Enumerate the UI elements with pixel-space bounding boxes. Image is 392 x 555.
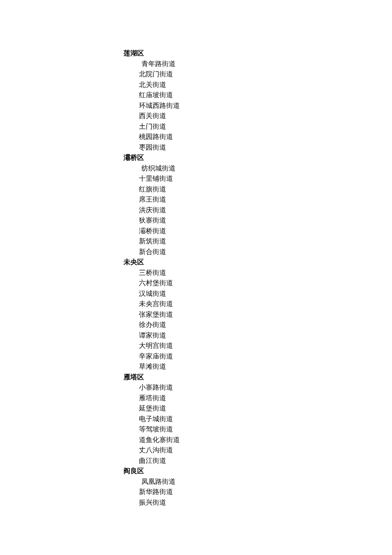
subdistrict-item: 枣园街道: [139, 142, 392, 153]
subdistrict-item: 环城西路街道: [139, 101, 392, 111]
subdistrict-item: 谭家街道: [139, 330, 392, 341]
subdistrict-item: 汉城街道: [139, 289, 392, 299]
subdistrict-item: 延堡街道: [139, 403, 392, 414]
subdistrict-item: 大明宫街道: [139, 341, 392, 351]
subdistrict-item: 六村堡街道: [139, 278, 392, 289]
subdistrict-item: 丈八沟街道: [139, 445, 392, 456]
subdistrict-item: 新筑街道: [139, 236, 392, 247]
subdistrict-item: 振兴街道: [139, 497, 392, 508]
subdistrict-item: 电子城街道: [139, 414, 392, 425]
subdistrict-item: 十里铺街道: [139, 173, 392, 184]
subdistrict-item: 青年路街道: [139, 59, 392, 69]
district-name: 阎良区: [124, 466, 392, 477]
subdistrict-item: 狄寨街道: [139, 215, 392, 226]
subdistrict-list: 小寨路街道雁塔街道延堡街道电子城街道等驾坡街道道鱼化寨街道丈八沟街道曲江街道: [124, 382, 392, 466]
subdistrict-item: 雁塔街道: [139, 393, 392, 404]
subdistrict-item: 道鱼化寨街道: [139, 435, 392, 445]
subdistrict-item: 新合街道: [139, 247, 392, 257]
subdistrict-item: 北院门街道: [139, 69, 392, 80]
subdistrict-item: 桃园路街道: [139, 132, 392, 142]
district-name: 雁塔区: [124, 372, 392, 383]
subdistrict-item: 三桥街道: [139, 268, 392, 278]
district-name: 未央区: [124, 257, 392, 268]
subdistrict-item: 红庙坡街道: [139, 90, 392, 101]
subdistrict-list: 纺织城街道十里铺街道红旗街道席王街道洪庆街道狄寨街道灞桥街道新筑街道新合街道: [124, 163, 392, 257]
subdistrict-item: 土门街道: [139, 121, 392, 132]
subdistrict-item: 徐办街道: [139, 320, 392, 330]
subdistrict-item: 草滩街道: [139, 361, 392, 372]
subdistrict-list: 凤凰路街道新华路街道振兴街道: [124, 477, 392, 508]
subdistrict-item: 洪庆街道: [139, 205, 392, 216]
subdistrict-item: 凤凰路街道: [139, 477, 392, 487]
district-name: 灞桥区: [124, 153, 392, 163]
subdistrict-item: 小寨路街道: [139, 382, 392, 393]
subdistrict-item: 张家堡街道: [139, 309, 392, 320]
subdistrict-item: 纺织城街道: [139, 163, 392, 174]
subdistrict-item: 灞桥街道: [139, 226, 392, 237]
subdistrict-item: 席王街道: [139, 194, 392, 205]
subdistrict-item: 新华路街道: [139, 487, 392, 497]
subdistrict-item: 西关街道: [139, 111, 392, 121]
subdistrict-list: 三桥街道六村堡街道汉城街道未央宫街道张家堡街道徐办街道谭家街道大明宫街道辛家庙街…: [124, 268, 392, 372]
subdistrict-list: 青年路街道北院门街道北关街道红庙坡街道环城西路街道西关街道土门街道桃园路街道枣园…: [124, 59, 392, 153]
subdistrict-item: 红旗街道: [139, 184, 392, 195]
subdistrict-item: 辛家庙街道: [139, 351, 392, 362]
subdistrict-item: 北关街道: [139, 80, 392, 90]
subdistrict-item: 等驾坡街道: [139, 424, 392, 435]
district-name: 莲湖区: [124, 48, 392, 59]
subdistrict-item: 曲江街道: [139, 456, 392, 466]
subdistrict-item: 未央宫街道: [139, 299, 392, 309]
district-hierarchy: 莲湖区青年路街道北院门街道北关街道红庙坡街道环城西路街道西关街道土门街道桃园路街…: [124, 48, 392, 508]
